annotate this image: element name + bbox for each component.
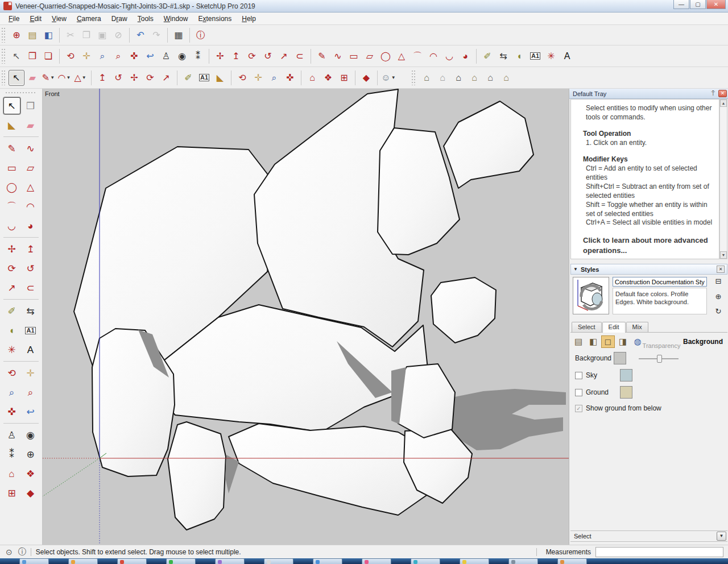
toolbar-grip[interactable] [412,70,416,85]
menu-edit[interactable]: Edit [24,14,47,24]
circle-button[interactable]: ◯ [378,48,394,64]
orbit-button[interactable]: ⟲ [63,48,78,64]
model-info-button[interactable]: ⓘ [193,27,209,43]
taskbar-item[interactable] [313,558,342,564]
menu-extensions[interactable]: Extensions [193,14,237,24]
toolbar-grip[interactable] [6,91,36,95]
three-point-arc-button[interactable]: ◡ [441,48,457,64]
zoom-window-button[interactable]: ⌕ [110,48,126,64]
taskbar-item[interactable] [264,558,293,564]
style-thumbnail[interactable] [573,277,609,314]
dimension-button[interactable]: ⇆ [495,48,511,64]
edit-component-button[interactable]: ❒ [24,48,40,64]
axes-button[interactable]: ✳ [543,48,559,64]
walk-button[interactable]: ⁑ [3,446,20,463]
taskbar-item[interactable] [68,558,98,564]
toolbar-grip[interactable] [2,28,6,43]
pan-button[interactable]: ✛ [78,48,94,64]
ground-checkbox[interactable] [575,389,582,396]
geolocation-icon[interactable]: ⊙ [6,548,13,557]
position-camera-button[interactable]: ♙ [158,48,174,64]
windows-taskbar[interactable] [0,558,728,564]
pie-button[interactable]: ◕ [457,48,473,64]
zoom-button[interactable]: ⌕ [3,384,20,401]
rollout-dropdown-icon[interactable]: ▼ [717,532,726,541]
erase-button[interactable]: ⊘ [110,27,126,43]
tab-mix[interactable]: Mix [626,322,648,332]
rotate-button[interactable]: ⟳ [3,260,20,277]
zoom-extents-button[interactable]: ✜ [3,403,20,420]
instructor-scrollbar[interactable]: ▲ ▼ [719,99,727,259]
select-button[interactable]: ↖ [9,70,24,86]
two-point-arc-button[interactable]: ◠ [22,198,39,215]
orbit-button[interactable]: ⟲ [234,70,250,86]
arc-button[interactable]: ⌒ [3,198,20,215]
share-model-button[interactable]: ❖ [320,70,336,86]
section-plane-button[interactable]: ⊕ [22,446,39,463]
view-back-button[interactable]: ⌂ [482,70,498,86]
minimize-button[interactable]: — [673,0,689,9]
axes-button[interactable]: ✳ [3,341,20,358]
line-button[interactable]: ✎ [314,48,330,64]
two-point-arc-button[interactable]: ◠ [425,48,441,64]
style-name-input[interactable] [613,277,707,287]
move-button[interactable]: ✢ [212,48,228,64]
model-viewport[interactable]: Front [43,89,569,545]
arcs-dropdown-icon[interactable]: ▼ [67,75,71,80]
edge-settings-icon[interactable]: ▤ [572,335,585,348]
paint-bucket-button[interactable]: ◣ [212,70,228,86]
dimension-button[interactable]: ⇆ [22,302,39,320]
taskbar-item[interactable] [460,558,489,564]
zoom-button[interactable]: ⌕ [266,70,282,86]
styles-panel-header[interactable]: ▼ Styles ✕ [570,264,727,275]
eraser-button[interactable]: ▰ [24,70,40,86]
stone-7[interactable] [168,422,226,530]
follow-me-button[interactable]: ↺ [260,48,276,64]
tab-select[interactable]: Select [572,322,602,332]
menu-camera[interactable]: Camera [72,14,106,24]
instructor-link[interactable]: Click to learn about more advanced opera… [583,235,715,255]
freehand-button[interactable]: ∿ [330,48,346,64]
extension-manager-button[interactable]: ◆ [22,484,39,501]
tape-measure-button[interactable]: ✐ [479,48,495,64]
save-button[interactable]: ◧ [40,27,56,43]
paint-bucket-button[interactable]: ◣ [3,117,20,134]
3d-warehouse-button[interactable]: ⌂ [304,70,320,86]
taskbar-item[interactable] [215,558,245,564]
rectangle-button[interactable]: ▭ [346,48,362,64]
eraser-button[interactable]: ▰ [22,117,39,134]
look-around-button[interactable]: ◉ [22,426,39,443]
rotate-button[interactable]: ⟳ [244,48,260,64]
cut-button[interactable]: ✂ [63,27,78,43]
push-pull-button[interactable]: ↥ [22,240,39,258]
look-around-button[interactable]: ◉ [174,48,190,64]
background-swatch[interactable] [614,352,626,364]
push-pull-button[interactable]: ↥ [228,48,244,64]
model-canvas[interactable] [43,89,569,545]
arc-button[interactable]: ⌒ [410,48,425,64]
background-settings-icon[interactable]: ◻ [601,335,615,348]
zoom-extents-button[interactable]: ✜ [126,48,142,64]
circle-button[interactable]: ◯ [3,179,20,196]
menu-draw[interactable]: Draw [106,14,133,24]
3d-text-button[interactable]: A [559,48,575,64]
open-button[interactable]: ▤ [24,27,40,43]
show-ground-checkbox[interactable]: ✓ [575,405,582,412]
menu-help[interactable]: Help [237,14,261,24]
collapse-arrow-icon[interactable]: ▼ [573,267,578,272]
select-none-button[interactable]: ↖ [9,48,24,64]
menu-tools[interactable]: Tools [133,14,159,24]
face-settings-icon[interactable]: ◧ [586,335,600,348]
rotated-rectangle-button[interactable]: ▱ [22,159,39,176]
orbit-button[interactable]: ⟲ [3,364,20,381]
push-pull-button[interactable]: ↥ [94,70,110,86]
maximize-button[interactable]: ▢ [690,0,706,9]
undo-button[interactable]: ↶ [133,27,148,43]
line-button[interactable]: ✎ [3,140,20,157]
follow-me-button[interactable]: ↺ [110,70,126,86]
scroll-down-icon[interactable]: ▼ [720,251,727,259]
taskbar-item[interactable] [166,558,196,564]
taskbar-item[interactable] [411,558,440,564]
tray-close-icon[interactable]: ✕ [718,90,727,97]
tape-measure-button[interactable]: ✐ [3,302,20,320]
